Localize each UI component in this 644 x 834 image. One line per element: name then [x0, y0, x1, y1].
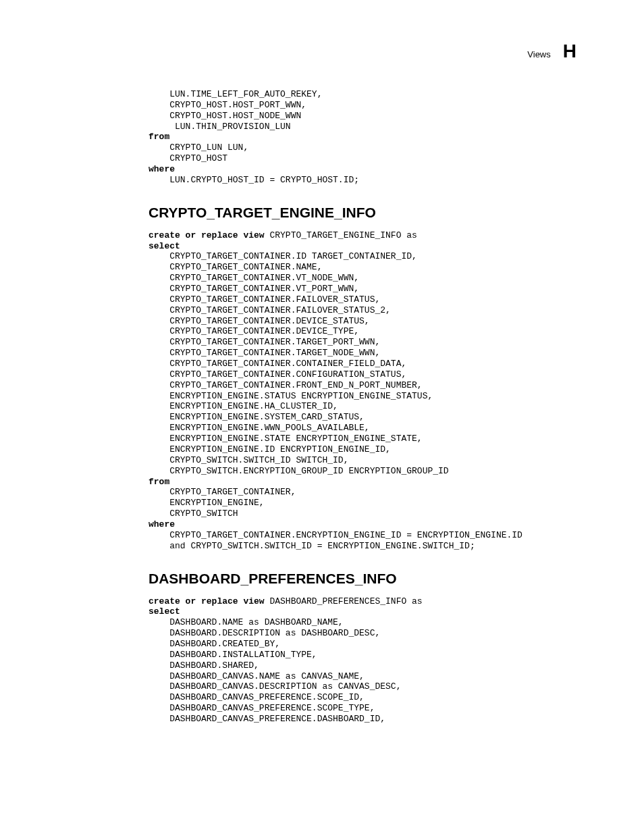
header-label: Views: [527, 49, 550, 59]
page-content: Views H LUN.TIME_LEFT_FOR_AUTO_REKEY, CR…: [0, 0, 644, 784]
keyword-select: select: [149, 606, 180, 617]
keyword-where: where: [149, 164, 175, 174]
code-text: CRYPTO_TARGET_CONTAINER.ENCRYPTION_ENGIN…: [149, 530, 522, 551]
code-block-crypto-lun-tail: LUN.TIME_LEFT_FOR_AUTO_REKEY, CRYPTO_HOS…: [149, 89, 576, 186]
code-text: CRYPTO_TARGET_CONTAINER, ENCRYPTION_ENGI…: [149, 487, 296, 519]
code-text: CRYPTO_LUN LUN, CRYPTO_HOST: [149, 142, 248, 163]
keyword-select: select: [149, 241, 180, 251]
section-heading-crypto-target-engine-info: CRYPTO_TARGET_ENGINE_INFO: [149, 205, 576, 221]
keyword-from: from: [149, 477, 169, 487]
code-text: DASHBOARD_PREFERENCES_INFO as: [269, 596, 422, 606]
code-block-crypto-target-engine-info: create or replace view CRYPTO_TARGET_ENG…: [149, 230, 576, 552]
code-text: LUN.CRYPTO_HOST_ID = CRYPTO_HOST.ID;: [149, 175, 359, 185]
keyword-create: create or replace view: [149, 596, 269, 606]
page-header: Views H: [149, 41, 576, 62]
keyword-from: from: [149, 132, 169, 142]
section-heading-dashboard-preferences-info: DASHBOARD_PREFERENCES_INFO: [149, 571, 576, 587]
keyword-create: create or replace view: [149, 230, 269, 240]
code-text: CRYPTO_TARGET_ENGINE_INFO as: [269, 230, 417, 240]
code-text: DASHBOARD.NAME as DASHBOARD_NAME, DASHBO…: [149, 617, 401, 724]
header-appendix-letter: H: [563, 41, 576, 62]
code-text: LUN.TIME_LEFT_FOR_AUTO_REKEY, CRYPTO_HOS…: [149, 89, 322, 132]
code-text: CRYPTO_TARGET_CONTAINER.ID TARGET_CONTAI…: [149, 251, 449, 475]
code-block-dashboard-preferences-info: create or replace view DASHBOARD_PREFERE…: [149, 596, 576, 725]
keyword-where: where: [149, 519, 175, 529]
